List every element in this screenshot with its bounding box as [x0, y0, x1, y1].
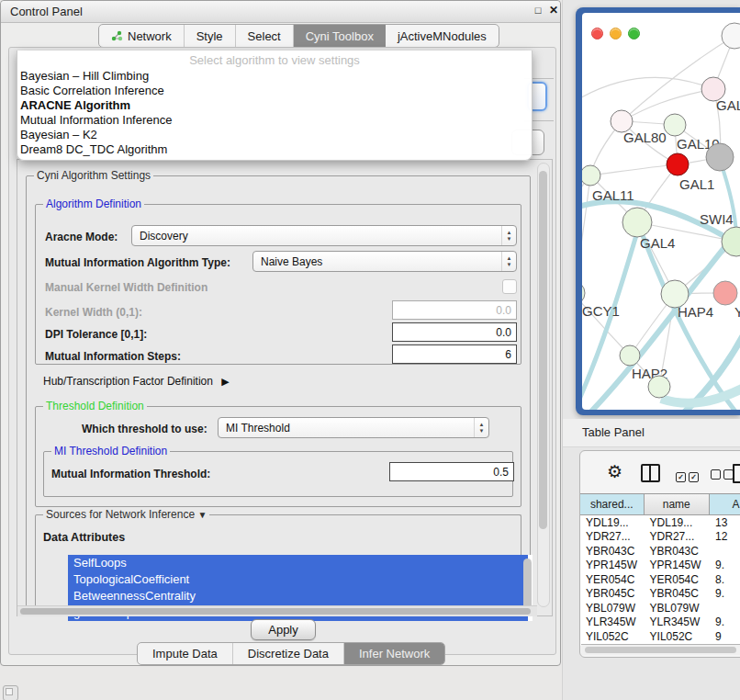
mi-type-combobox[interactable]: Naive Bayes ▲▼ — [252, 251, 517, 272]
control-panel-tabbar: Network Style Select Cyni Toolbox jActiv… — [98, 24, 499, 48]
group-title: Algorithm Definition — [43, 198, 144, 210]
tab-impute-data[interactable]: Impute Data — [138, 643, 233, 664]
control-panel-titlebar: Control Panel □ ✕ — [1, 1, 560, 23]
network-node[interactable] — [713, 281, 737, 305]
table-cell: YPR145W — [580, 559, 645, 571]
network-edge[interactable] — [582, 175, 590, 293]
column-header[interactable]: A — [710, 494, 740, 514]
gear-icon[interactable]: ⚙ — [607, 459, 622, 483]
tab-cyni-toolbox[interactable]: Cyni Toolbox — [294, 25, 386, 47]
algorithm-option[interactable]: ARACNE Algorithm — [17, 98, 532, 113]
table-row[interactable]: YDR27...YDR27...12 — [580, 530, 740, 545]
network-icon — [111, 30, 123, 41]
split-columns-icon[interactable] — [641, 464, 660, 482]
select-all-checkboxes-icon[interactable]: ✓✓ — [676, 467, 701, 483]
float-panel-icon[interactable]: □ — [532, 4, 544, 17]
expander-down-arrow-icon: ▼ — [197, 510, 207, 520]
table-row[interactable]: YDL19...YDL19...13 — [580, 515, 740, 530]
scrollbar-thumb[interactable] — [539, 171, 547, 529]
network-view-canvas[interactable]: GALGAL80GAL10GAL1GAL11GAL4SWI4GCY1HAP4YH… — [582, 13, 740, 410]
mac-zoom-icon[interactable] — [628, 28, 640, 40]
dpi-tolerance-input[interactable]: 0.0 — [392, 322, 517, 342]
combo-value: MI Threshold — [219, 422, 474, 435]
minimized-panel-icon[interactable] — [3, 685, 18, 700]
table-row[interactable]: YBR045CYBR045C9. — [580, 587, 740, 602]
mi-threshold-input[interactable]: 0.5 — [389, 462, 514, 481]
mac-minimize-icon[interactable] — [610, 28, 622, 40]
network-node[interactable] — [648, 376, 670, 398]
network-node[interactable] — [622, 208, 652, 237]
network-node[interactable] — [620, 345, 640, 366]
table-row[interactable]: YPR145WYPR145W9. — [580, 559, 740, 573]
table-horizontal-scrollbar[interactable] — [581, 644, 740, 655]
node-label: HAP4 — [678, 304, 713, 320]
column-header[interactable]: shared... — [580, 494, 645, 514]
table-cell: YBR043C — [645, 545, 710, 558]
cyni-algorithm-settings-group: Cyni Algorithm Settings Algorithm Defini… — [26, 175, 531, 611]
network-node[interactable] — [667, 153, 689, 175]
popup-prompt: Select algorithm to view settings — [17, 51, 532, 69]
settings-vertical-scrollbar[interactable] — [537, 163, 550, 607]
algorithm-option[interactable]: Basic Correlation Inference — [17, 84, 532, 98]
group-title: Cyni Algorithm Settings — [34, 169, 153, 182]
mi-steps-input[interactable]: 6 — [392, 344, 517, 364]
algorithm-option[interactable]: Dream8 DC_TDC Algorithm — [17, 142, 532, 157]
combo-arrows-icon: ▲▼ — [474, 418, 488, 437]
kernel-width-input[interactable]: 0.0 — [392, 300, 517, 320]
aracne-mode-combobox[interactable]: Discovery ▲▼ — [131, 225, 517, 246]
sources-expander[interactable]: Sources for Network Inference ▼ — [43, 508, 209, 521]
tab-style[interactable]: Style — [185, 25, 236, 47]
kernel-width-label: Kernel Width (0,1): — [45, 306, 142, 319]
network-node[interactable] — [722, 23, 740, 49]
table-row[interactable]: YBL079WYBL079W — [580, 601, 740, 615]
application-root: Control Panel □ ✕ Network Style Select C… — [0, 0, 740, 700]
network-edge[interactable] — [590, 164, 678, 175]
table-row[interactable]: YLR345WYLR345W9. — [580, 615, 740, 630]
apply-button[interactable]: Apply — [251, 619, 316, 640]
table-row[interactable]: YIL052CYIL052C9 — [580, 629, 740, 644]
node-label: GAL1 — [679, 176, 714, 192]
column-header[interactable]: name — [645, 494, 710, 514]
settings-horizontal-scrollbar[interactable] — [17, 605, 537, 616]
tab-label: Network — [128, 29, 172, 43]
bottom-tabbar: Impute Data Discretize Data Infer Networ… — [137, 642, 445, 665]
tab-jactivemnodules[interactable]: jActiveMNodules — [386, 25, 499, 47]
table-cell: YBR045C — [645, 587, 710, 600]
algorithm-option[interactable]: Bayesian – Hill Climbing — [17, 69, 532, 84]
network-edge[interactable] — [582, 77, 713, 100]
network-node[interactable] — [582, 165, 600, 186]
manual-kernel-label: Manual Kernel Width Definition — [45, 281, 207, 294]
table-cell: 13 — [710, 516, 740, 529]
table-page-icon[interactable] — [733, 464, 740, 483]
tab-infer-network[interactable]: Infer Network — [344, 643, 444, 664]
tab-network[interactable]: Network — [99, 25, 185, 47]
manual-kernel-checkbox[interactable] — [502, 279, 517, 294]
table-cell: 8. — [710, 573, 740, 586]
node-label: GAL80 — [623, 130, 667, 145]
attribute-list-scrollbar[interactable] — [523, 559, 532, 610]
scrollbar-thumb[interactable] — [20, 608, 531, 615]
attribute-list-item[interactable]: BetweennessCentrality — [68, 588, 528, 604]
hub-definition-expander[interactable]: Hub/Transcription Factor Definition ▶ — [43, 375, 230, 388]
node-label: Y — [734, 304, 740, 320]
close-panel-icon[interactable]: ✕ — [547, 4, 560, 17]
tab-discretize-data[interactable]: Discretize Data — [233, 643, 344, 664]
network-node[interactable] — [582, 281, 585, 305]
mac-close-icon[interactable] — [591, 28, 603, 40]
table-cell: YDL19... — [645, 516, 710, 529]
network-edge[interactable] — [582, 175, 590, 293]
table-cell: 12 — [710, 530, 740, 543]
algorithm-option[interactable]: Mutual Information Inference — [17, 113, 532, 128]
table-row[interactable]: YBR043CYBR043C — [580, 544, 740, 559]
network-node[interactable] — [664, 114, 686, 136]
attribute-list-item[interactable]: TopologicalCoefficient — [68, 571, 528, 588]
tab-select[interactable]: Select — [236, 25, 294, 47]
algorithm-select-popup: Select algorithm to view settings Bayesi… — [17, 51, 533, 161]
table-cell: YIL052C — [580, 630, 645, 643]
which-threshold-combobox[interactable]: MI Threshold ▲▼ — [218, 417, 489, 438]
scrollbar-thumb[interactable] — [585, 647, 736, 653]
network-node[interactable] — [706, 143, 734, 171]
algorithm-option[interactable]: Bayesian – K2 — [17, 128, 532, 142]
attribute-list-item[interactable]: SelfLoops — [68, 555, 528, 571]
table-row[interactable]: YER054CYER054C8. — [580, 572, 740, 587]
